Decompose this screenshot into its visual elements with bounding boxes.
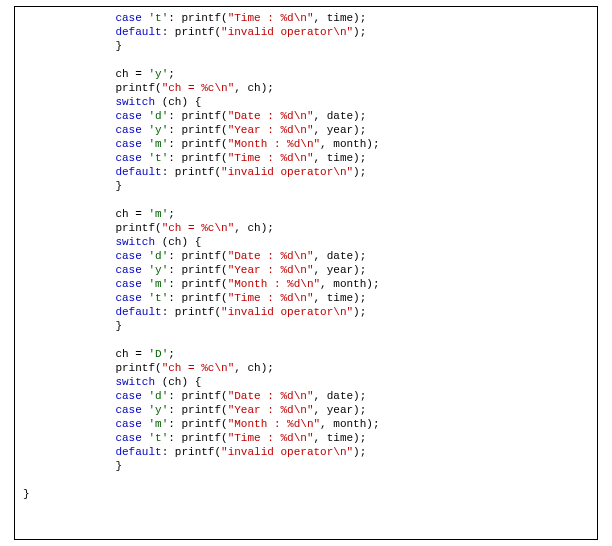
code-line: case 'd': printf("Date : %d\n", date);: [15, 389, 597, 403]
code-line: ch = 'y';: [15, 67, 597, 81]
code-line: printf("ch = %c\n", ch);: [15, 361, 597, 375]
blank-line: [15, 193, 597, 207]
code-line: default: printf("invalid operator\n");: [15, 25, 597, 39]
code-line: case 't': printf("Time : %d\n", time);: [15, 151, 597, 165]
code-line: case 'y': printf("Year : %d\n", year);: [15, 263, 597, 277]
code-line: }: [15, 179, 597, 193]
code-line: default: printf("invalid operator\n");: [15, 445, 597, 459]
blank-line: [15, 333, 597, 347]
code-line: default: printf("invalid operator\n");: [15, 305, 597, 319]
code-line: switch (ch) {: [15, 235, 597, 249]
code-line: switch (ch) {: [15, 95, 597, 109]
code-line: case 't': printf("Time : %d\n", time);: [15, 11, 597, 25]
blank-line: [15, 53, 597, 67]
code-line: case 'm': printf("Month : %d\n", month);: [15, 417, 597, 431]
code-line: }: [15, 487, 597, 501]
code-block: case 't': printf("Time : %d\n", time); d…: [14, 6, 598, 540]
code-line: case 'm': printf("Month : %d\n", month);: [15, 277, 597, 291]
code-line: switch (ch) {: [15, 375, 597, 389]
code-line: case 'y': printf("Year : %d\n", year);: [15, 123, 597, 137]
code-line: }: [15, 39, 597, 53]
blank-line: [15, 473, 597, 487]
code-line: case 'd': printf("Date : %d\n", date);: [15, 249, 597, 263]
code-line: default: printf("invalid operator\n");: [15, 165, 597, 179]
code-line: }: [15, 459, 597, 473]
code-line: case 'm': printf("Month : %d\n", month);: [15, 137, 597, 151]
code-line: case 'd': printf("Date : %d\n", date);: [15, 109, 597, 123]
code-line: case 't': printf("Time : %d\n", time);: [15, 431, 597, 445]
code-line: }: [15, 319, 597, 333]
code-line: printf("ch = %c\n", ch);: [15, 221, 597, 235]
code-line: printf("ch = %c\n", ch);: [15, 81, 597, 95]
code-line: ch = 'D';: [15, 347, 597, 361]
code-line: ch = 'm';: [15, 207, 597, 221]
code-line: case 't': printf("Time : %d\n", time);: [15, 291, 597, 305]
code-line: case 'y': printf("Year : %d\n", year);: [15, 403, 597, 417]
